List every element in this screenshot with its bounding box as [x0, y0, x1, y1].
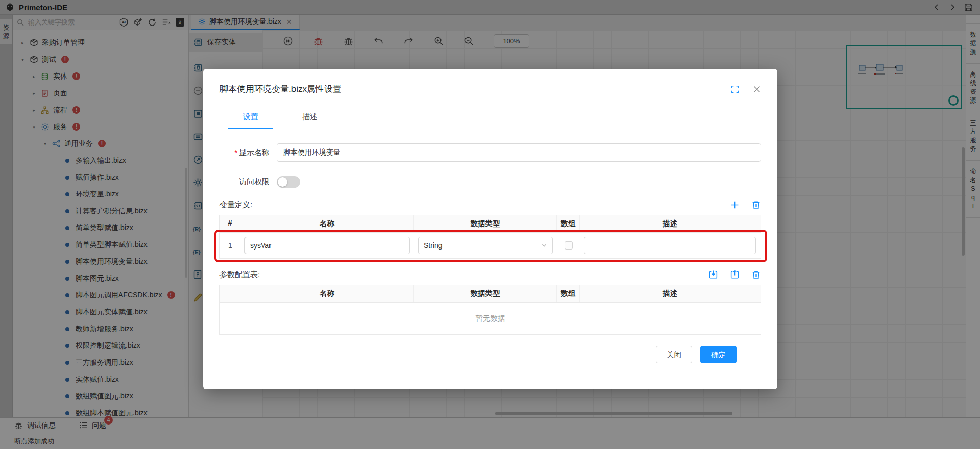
properties-dialog: 脚本使用环境变量.bizx属性设置 设置描述 *显示名称 访问权限 变量定义: …: [203, 69, 777, 389]
access-toggle[interactable]: [277, 176, 300, 188]
ok-button[interactable]: 确定: [700, 346, 737, 363]
column-header: 名称: [240, 215, 414, 232]
column-header: 数据类型: [414, 285, 557, 302]
dialog-tabs: 设置描述: [219, 107, 761, 129]
variables-table: #名称数据类型数组描述 1String: [219, 215, 761, 259]
dialog-expand-icon[interactable]: [731, 85, 739, 93]
data-type-value: String: [424, 241, 443, 250]
column-header: 数组: [557, 215, 580, 232]
dialog-tab-描述[interactable]: 描述: [287, 107, 332, 129]
variable-name-input[interactable]: [244, 237, 410, 254]
dialog-title: 脚本使用环境变量.bizx属性设置: [219, 83, 341, 95]
column-header: 数组: [557, 285, 580, 302]
column-header: 描述: [580, 215, 760, 232]
params-section-label: 参数配置表:: [219, 270, 260, 280]
close-button[interactable]: 关闭: [656, 346, 692, 363]
dialog-tab-设置[interactable]: 设置: [228, 107, 273, 129]
variable-row: 1String: [220, 233, 761, 258]
column-header: 数据类型: [414, 215, 557, 232]
variables-section-label: 变量定义:: [219, 200, 252, 210]
params-section-icons: [708, 270, 761, 280]
dialog-close-icon[interactable]: [753, 85, 761, 93]
column-header: 描述: [580, 285, 760, 302]
import-icon[interactable]: [708, 270, 718, 280]
column-header: #: [220, 215, 240, 232]
export-icon[interactable]: [730, 270, 740, 280]
delete-icon[interactable]: [751, 270, 761, 280]
required-mark: *: [234, 148, 237, 157]
variables-section-icons: [730, 200, 761, 210]
column-header: 名称: [240, 285, 414, 302]
array-checkbox[interactable]: [565, 241, 573, 250]
access-label: 访问权限: [219, 177, 277, 187]
toggle-knob-icon: [278, 177, 287, 187]
add-icon[interactable]: [730, 200, 740, 210]
display-name-input[interactable]: [277, 143, 761, 162]
display-name-label: *显示名称: [219, 148, 277, 158]
description-input[interactable]: [584, 237, 756, 254]
delete-icon[interactable]: [751, 200, 761, 210]
chevron-down-icon: [541, 242, 547, 248]
empty-data-text: 暂无数据: [220, 303, 761, 334]
dialog-head-icons: [731, 85, 761, 93]
params-table: 名称数据类型数组描述 暂无数据: [219, 285, 761, 335]
row-index: 1: [220, 241, 240, 250]
column-header: [220, 285, 240, 302]
data-type-select[interactable]: String: [418, 237, 553, 254]
